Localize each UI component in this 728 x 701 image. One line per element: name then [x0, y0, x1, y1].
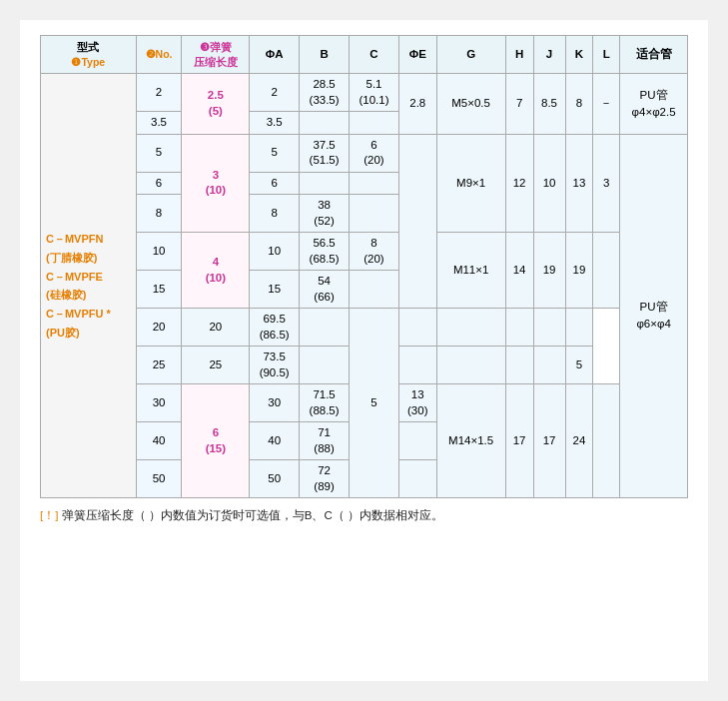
no-cell: 30 — [136, 384, 182, 422]
page-container: 型式 ❶Type ❷No. ❸弹簧压缩长度 ΦA B C ΦE G H J K … — [20, 20, 708, 681]
c-cell: 5.1 (10.1) — [350, 74, 399, 112]
b-cell: 38 (52) — [300, 195, 350, 233]
j-cell — [505, 347, 533, 384]
no-cell: 5 — [136, 134, 182, 172]
header-h: H — [505, 36, 533, 74]
fa-cell: 8 — [250, 195, 300, 233]
pipe-cell: PU管 φ4×φ2.5 — [620, 74, 688, 135]
j-cell — [505, 309, 533, 347]
b-cell — [300, 172, 350, 195]
pipe-cell: PU管 φ6×φ4 — [620, 134, 688, 498]
no-cell: 8 — [136, 195, 182, 233]
c-cell — [300, 309, 350, 347]
no-cell: 6 — [136, 172, 182, 195]
fa-cell: 15 — [250, 271, 300, 309]
b-cell: 73.5 (90.5) — [250, 347, 300, 384]
fa-cell: 40 — [250, 422, 300, 460]
footnote-section: [！] 弹簧压缩长度（ ）内数值为订货时可选值，与B、C（ ）内数据相对应。 — [40, 506, 688, 524]
table-row: 53 (10)537.5 (51.5)6 (20)M9×11210133PU管 … — [41, 134, 688, 172]
b-cell: 71.5 (88.5) — [300, 384, 350, 422]
b-cell: 28.5 (33.5) — [300, 74, 350, 112]
c-cell — [300, 347, 350, 384]
b-cell: 54 (66) — [300, 271, 350, 309]
table-row: 202069.5 (86.5)5 — [41, 309, 688, 347]
header-k: K — [565, 36, 593, 74]
header-c: C — [350, 36, 399, 74]
spring-cell: 2.5 (5) — [182, 74, 250, 135]
header-fe: ΦE — [398, 36, 436, 74]
header-g: G — [436, 36, 505, 74]
c-cell — [398, 422, 436, 460]
k-cell: 13 — [565, 134, 593, 233]
g-cell — [398, 309, 436, 347]
b-cell — [300, 112, 350, 135]
type-cell: C－MVPFN(丁腈橡胶)C－MVPFE(硅橡胶)C－MVPFU *(PU胶) — [41, 74, 137, 498]
fe-cell: 5 — [350, 309, 399, 498]
l-cell: 3 — [593, 134, 620, 233]
no-cell: 3.5 — [136, 112, 182, 135]
k-cell — [533, 309, 565, 347]
footnote2-text: 弹簧压缩长度（ ）内数值为订货时可选值，与B、C（ ）内数据相对应。 — [62, 509, 443, 521]
no-cell: 2 — [136, 74, 182, 112]
c-cell: 6 (20) — [350, 134, 399, 172]
spring-cell: 6 (15) — [182, 384, 250, 498]
spring-cell: 3 (10) — [182, 134, 250, 233]
fa-cell: 5 — [250, 134, 300, 172]
no-cell: 25 — [136, 347, 182, 384]
g-cell — [398, 347, 436, 384]
h-cell — [436, 347, 505, 384]
c-cell: 13 (30) — [398, 384, 436, 422]
j-cell: 8.5 — [533, 74, 565, 135]
no-cell: 10 — [136, 233, 182, 271]
b-cell: 56.5 (68.5) — [300, 233, 350, 271]
header-type: 型式 ❶Type — [41, 36, 137, 74]
table-row: C－MVPFN(丁腈橡胶)C－MVPFE(硅橡胶)C－MVPFU *(PU胶)2… — [41, 74, 688, 112]
main-table: 型式 ❶Type ❷No. ❸弹簧压缩长度 ΦA B C ΦE G H J K … — [40, 35, 688, 498]
h-cell: 14 — [505, 233, 533, 309]
l-cell — [565, 309, 593, 347]
header-j: J — [533, 36, 565, 74]
footnote2-bracket: [！] — [40, 509, 58, 521]
h-cell — [436, 309, 505, 347]
c-cell — [350, 112, 399, 135]
b-cell: 37.5 (51.5) — [300, 134, 350, 172]
b-cell: 72 (89) — [300, 460, 350, 498]
b-cell: 71 (88) — [300, 422, 350, 460]
k-cell: 24 — [565, 384, 593, 498]
no-cell: 20 — [136, 309, 182, 347]
no-cell: 15 — [136, 271, 182, 309]
c-cell: 8 (20) — [350, 233, 399, 271]
j-cell: 10 — [533, 134, 565, 233]
h-cell: 17 — [505, 384, 533, 498]
b-cell: 69.5 (86.5) — [250, 309, 300, 347]
fa-cell: 2 — [250, 74, 300, 112]
fa-cell: 50 — [250, 460, 300, 498]
fa-cell: 6 — [250, 172, 300, 195]
l-cell — [593, 233, 620, 309]
g-cell: M9×1 — [436, 134, 505, 233]
g-cell: M14×1.5 — [436, 384, 505, 498]
j-cell: 17 — [533, 384, 565, 498]
k-cell: 8 — [565, 74, 593, 135]
header-pipe: 适合管 — [620, 36, 688, 74]
table-row: 104 (10)1056.5 (68.5)8 (20)M11×1141919 — [41, 233, 688, 271]
header-l: L — [593, 36, 620, 74]
fa-cell: 10 — [250, 233, 300, 271]
fa-cell: 30 — [250, 384, 300, 422]
c-cell — [350, 271, 399, 309]
footnote2: [！] 弹簧压缩长度（ ）内数值为订货时可选值，与B、C（ ）内数据相对应。 — [40, 506, 688, 524]
l-cell: 5 — [565, 347, 593, 384]
h-cell: 12 — [505, 134, 533, 233]
g-cell: M11×1 — [436, 233, 505, 309]
k-cell — [533, 347, 565, 384]
k-cell: 19 — [565, 233, 593, 309]
c-cell — [350, 172, 399, 195]
fe-cell — [398, 134, 436, 309]
header-fa: ΦA — [250, 36, 300, 74]
fa-cell: 20 — [182, 309, 250, 347]
l-cell: － — [593, 74, 620, 135]
j-cell: 19 — [533, 233, 565, 309]
h-cell: 7 — [505, 74, 533, 135]
g-cell: M5×0.5 — [436, 74, 505, 135]
c-cell — [398, 460, 436, 498]
